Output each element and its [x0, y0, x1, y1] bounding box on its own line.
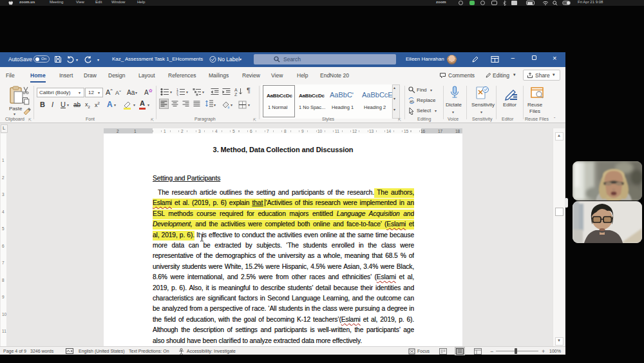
svg-text:Z: Z	[234, 92, 238, 97]
svg-text:ab: ab	[410, 99, 414, 103]
svg-text:3: 3	[176, 93, 178, 97]
svg-text:A: A	[234, 88, 238, 92]
